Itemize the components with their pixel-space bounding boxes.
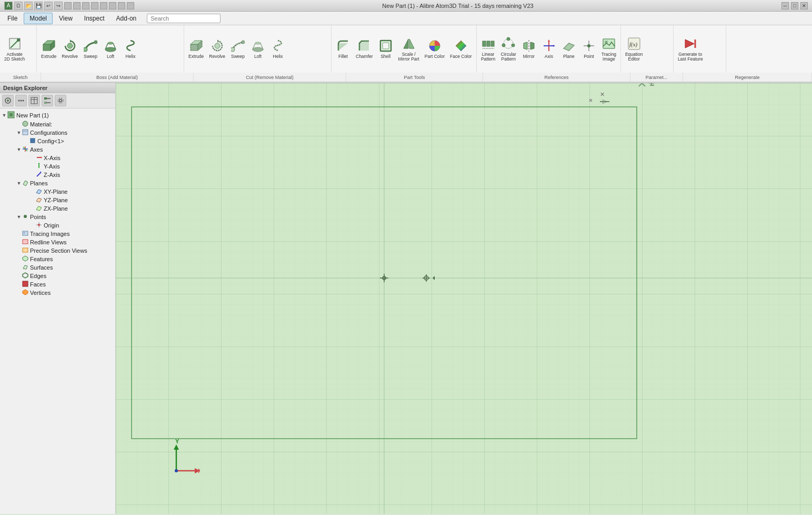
svg-marker-89 <box>36 198 42 202</box>
loft-boss-button[interactable]: Loft <box>101 37 120 61</box>
tree-item-yz-plane[interactable]: YZ-Plane <box>0 196 115 204</box>
titlebar-window-controls[interactable]: ─ □ ✕ <box>781 2 808 9</box>
tree-item-vertices[interactable]: Vertices <box>0 289 115 297</box>
part-color-button[interactable]: Part Color <box>423 37 447 61</box>
tb1[interactable] <box>64 2 72 9</box>
expander-new-part[interactable]: ▼ <box>1 113 7 118</box>
tree-item-zx-plane[interactable]: ZX-Plane <box>0 204 115 213</box>
revolve-boss-button[interactable]: Revolve <box>59 37 80 61</box>
tree-item-material[interactable]: Material: <box>0 120 115 128</box>
tree-item-configurations[interactable]: ▼ Configurations <box>0 128 115 137</box>
tree-item-y-axis[interactable]: Y-Axis <box>0 162 115 171</box>
svg-marker-87 <box>23 181 28 186</box>
tree-item-features[interactable]: Features <box>0 255 115 263</box>
sidebar-gear-button[interactable] <box>55 95 66 106</box>
expander-axes[interactable]: ▼ <box>16 147 22 152</box>
open-icon[interactable]: 📂 <box>24 2 33 10</box>
generate-to-last-button[interactable]: Generate to Last Feature <box>676 35 705 64</box>
tree-item-precise-section-views[interactable]: Precise Section Views <box>0 246 115 255</box>
tb3[interactable] <box>82 2 89 9</box>
menu-model[interactable]: Model <box>24 13 53 24</box>
helix-boss-button[interactable]: Helix <box>121 37 140 61</box>
expander-planes[interactable]: ▼ <box>16 181 22 186</box>
revolve-cut-button[interactable]: Revolve <box>207 37 227 61</box>
linear-pattern-button[interactable]: Linear Pattern <box>479 35 498 64</box>
tb6[interactable] <box>109 2 116 9</box>
circular-pattern-button[interactable]: Circular Pattern <box>499 35 518 64</box>
search-input[interactable] <box>147 14 220 23</box>
tree-item-axes[interactable]: ▼ Axes <box>0 145 115 154</box>
svg-marker-88 <box>36 190 42 194</box>
main-area: Design Explorer ▼ <box>0 83 812 514</box>
tree-item-xy-plane[interactable]: XY-Plane <box>0 187 115 196</box>
menu-view[interactable]: View <box>54 13 78 24</box>
extrude-boss-button[interactable]: Extrude <box>39 37 58 61</box>
svg-point-51 <box>587 44 590 47</box>
sidebar-tree-button[interactable] <box>42 95 53 106</box>
tb4[interactable] <box>91 2 98 9</box>
svg-point-74 <box>23 121 28 126</box>
tree-item-config1[interactable]: Config<1> <box>0 137 115 145</box>
equation-editor-icon: f(x) <box>627 36 641 51</box>
helix-cut-button[interactable]: Helix <box>268 37 287 61</box>
fillet-button[interactable]: Fillet <box>334 37 353 61</box>
zx-plane-icon <box>36 205 42 212</box>
expander-points[interactable]: ▼ <box>16 214 22 220</box>
generate-to-last-icon <box>683 36 698 51</box>
tree-item-x-axis[interactable]: X-Axis <box>0 154 115 162</box>
menu-inspect[interactable]: Inspect <box>79 13 110 24</box>
equation-editor-button[interactable]: f(x) Equation Editor <box>623 35 645 64</box>
toolbar: Activate 2D Sketch Extrude <box>0 25 812 83</box>
redo-icon[interactable]: ↪ <box>54 2 63 10</box>
revolve-cut-icon <box>210 38 225 53</box>
tree-item-surfaces[interactable]: Surfaces <box>0 263 115 272</box>
viewport[interactable]: ▷ ✕ <box>116 83 812 514</box>
helix-boss-label: Helix <box>126 54 136 59</box>
svg-rect-14 <box>191 44 198 51</box>
sweep-cut-button[interactable]: Sweep <box>228 37 247 61</box>
tree-item-faces[interactable]: Faces <box>0 280 115 289</box>
scale-mirror-button[interactable]: Scale / Mirror Part <box>396 35 422 64</box>
new-icon[interactable]: 🗋 <box>14 2 23 10</box>
minimize-button[interactable]: ─ <box>781 2 789 9</box>
svg-marker-32 <box>456 41 466 51</box>
tree-item-edges[interactable]: Edges <box>0 272 115 280</box>
sidebar-circle-button[interactable] <box>2 95 14 106</box>
menu-file[interactable]: File <box>2 13 23 24</box>
expander-configurations[interactable]: ▼ <box>16 130 22 135</box>
menu-addon[interactable]: Add-on <box>111 13 142 24</box>
undo-icon[interactable]: ↩ <box>44 2 53 10</box>
maximize-button[interactable]: □ <box>791 2 798 9</box>
sweep-boss-button[interactable]: Sweep <box>81 37 100 61</box>
sidebar-dots-button[interactable] <box>15 95 27 106</box>
close-button[interactable]: ✕ <box>800 2 808 9</box>
tree-item-z-axis[interactable]: Z-Axis <box>0 171 115 179</box>
tb5[interactable] <box>100 2 107 9</box>
activate-sketch-icon <box>7 36 22 51</box>
tree-item-planes[interactable]: ▼ Planes <box>0 179 115 187</box>
activate-sketch-button[interactable]: Activate 2D Sketch <box>2 35 27 64</box>
mirror-button[interactable]: Mirror <box>519 37 538 61</box>
tb8[interactable] <box>127 2 134 9</box>
sweep-cut-icon <box>230 38 245 53</box>
svg-text:f(x): f(x) <box>629 41 638 48</box>
tree-item-points[interactable]: ▼ Points <box>0 213 115 221</box>
tb7[interactable] <box>118 2 125 9</box>
save-icon[interactable]: 💾 <box>34 2 43 10</box>
chamfer-button[interactable]: Chamfer <box>354 37 375 61</box>
tree-item-origin[interactable]: Origin <box>0 221 115 230</box>
shell-button[interactable]: Shell <box>376 37 395 61</box>
tree-item-tracing-images[interactable]: Tracing Images <box>0 230 115 238</box>
face-color-button[interactable]: Face Color <box>448 37 474 61</box>
loft-cut-button[interactable]: Loft <box>248 37 267 61</box>
zx-plane-label: ZX-Plane <box>44 205 68 212</box>
extrude-cut-button[interactable]: Extrude <box>186 37 206 61</box>
axis-button[interactable]: Axis <box>539 37 558 61</box>
tree-item-new-part[interactable]: ▼ New Part (1) <box>0 111 115 120</box>
tracing-image-button[interactable]: Tracing Image <box>599 35 618 64</box>
tb2[interactable] <box>73 2 81 9</box>
tree-item-redline-views[interactable]: Redline Views <box>0 238 115 246</box>
sidebar-table-button[interactable] <box>28 95 40 106</box>
point-button[interactable]: Point <box>579 37 598 61</box>
plane-button[interactable]: Plane <box>559 37 578 61</box>
